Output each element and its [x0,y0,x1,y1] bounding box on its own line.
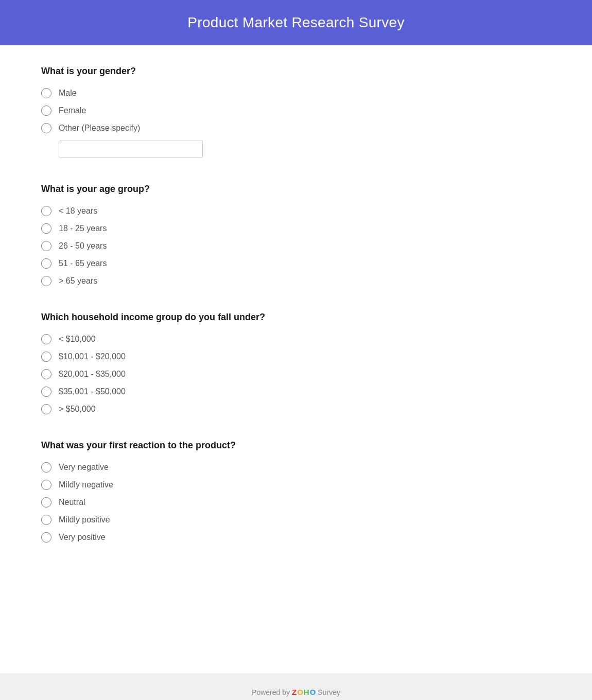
option-row-income-10k-20k: $10,001 - $20,000 [41,352,551,362]
question-income: Which household income group do you fall… [41,312,551,414]
option-row-age-51-65: 51 - 65 years [41,258,551,269]
zoho-logo: ZOHO [292,688,316,696]
radio-age-26-50[interactable] [41,241,51,251]
label-very-positive[interactable]: Very positive [59,533,106,542]
radio-age-under18[interactable] [41,206,51,216]
radio-age-over65[interactable] [41,276,51,286]
option-row-age-18-25: 18 - 25 years [41,223,551,234]
question-gender-title: What is your gender? [41,66,551,77]
label-income-over50k[interactable]: > $50,000 [59,405,96,414]
label-gender-female[interactable]: Female [59,106,86,115]
label-income-20k-35k[interactable]: $20,001 - $35,000 [59,370,126,379]
radio-neutral[interactable] [41,497,51,507]
radio-income-10k-20k[interactable] [41,352,51,362]
option-row-very-positive: Very positive [41,532,551,542]
radio-income-20k-35k[interactable] [41,369,51,379]
radio-very-negative[interactable] [41,462,51,472]
question-age: What is your age group? < 18 years 18 - … [41,184,551,286]
option-row-neutral: Neutral [41,497,551,507]
label-income-under10k[interactable]: < $10,000 [59,335,96,344]
radio-mildly-negative[interactable] [41,480,51,490]
radio-age-18-25[interactable] [41,223,51,234]
radio-mildly-positive[interactable] [41,515,51,525]
radio-gender-other[interactable] [41,123,51,133]
powered-by-text: Powered by [252,688,290,696]
option-row-income-under10k: < $10,000 [41,334,551,344]
footer-powered-row: Powered by ZOHO Survey [10,688,582,696]
label-age-18-25[interactable]: 18 - 25 years [59,224,107,233]
option-row-age-26-50: 26 - 50 years [41,241,551,251]
label-mildly-negative[interactable]: Mildly negative [59,480,113,489]
survey-title: Product Market Research Survey [10,14,582,31]
radio-income-under10k[interactable] [41,334,51,344]
brand-suffix: Survey [318,688,340,696]
zoho-o1: O [297,688,303,696]
radio-gender-female[interactable] [41,106,51,116]
label-very-negative[interactable]: Very negative [59,463,109,472]
radio-income-over50k[interactable] [41,404,51,414]
option-row-very-negative: Very negative [41,462,551,472]
label-age-26-50[interactable]: 26 - 50 years [59,241,107,251]
radio-very-positive[interactable] [41,532,51,542]
other-specify-input[interactable] [59,141,203,158]
option-row-age-under18: < 18 years [41,206,551,216]
survey-footer: Powered by ZOHO Survey Create unlimited … [0,673,592,700]
label-gender-other[interactable]: Other (Please specify) [59,124,140,133]
option-row-male: Male [41,88,551,98]
other-specify-container [59,141,551,158]
option-row-income-over50k: > $50,000 [41,404,551,414]
label-income-35k-50k[interactable]: $35,001 - $50,000 [59,387,126,396]
question-age-title: What is your age group? [41,184,551,195]
survey-header: Product Market Research Survey [0,0,592,45]
option-row-mildly-negative: Mildly negative [41,480,551,490]
label-mildly-positive[interactable]: Mildly positive [59,515,110,524]
label-age-under18[interactable]: < 18 years [59,206,97,216]
question-reaction: What was your first reaction to the prod… [41,440,551,542]
label-income-10k-20k[interactable]: $10,001 - $20,000 [59,352,126,361]
label-age-over65[interactable]: > 65 years [59,276,97,286]
option-row-income-20k-35k: $20,001 - $35,000 [41,369,551,379]
label-neutral[interactable]: Neutral [59,498,85,507]
question-gender: What is your gender? Male Female Other (… [41,66,551,158]
survey-body: What is your gender? Male Female Other (… [0,45,592,673]
zoho-o2: O [310,688,316,696]
zoho-z: Z [292,688,297,696]
question-income-title: Which household income group do you fall… [41,312,551,323]
radio-income-35k-50k[interactable] [41,387,51,397]
question-reaction-title: What was your first reaction to the prod… [41,440,551,451]
option-row-mildly-positive: Mildly positive [41,515,551,525]
option-row-other: Other (Please specify) [41,123,551,133]
zoho-h: H [304,688,309,696]
radio-age-51-65[interactable] [41,258,51,269]
option-row-female: Female [41,106,551,116]
radio-gender-male[interactable] [41,88,51,98]
option-row-age-over65: > 65 years [41,276,551,286]
option-row-income-35k-50k: $35,001 - $50,000 [41,387,551,397]
label-age-51-65[interactable]: 51 - 65 years [59,259,107,268]
label-gender-male[interactable]: Male [59,89,77,98]
